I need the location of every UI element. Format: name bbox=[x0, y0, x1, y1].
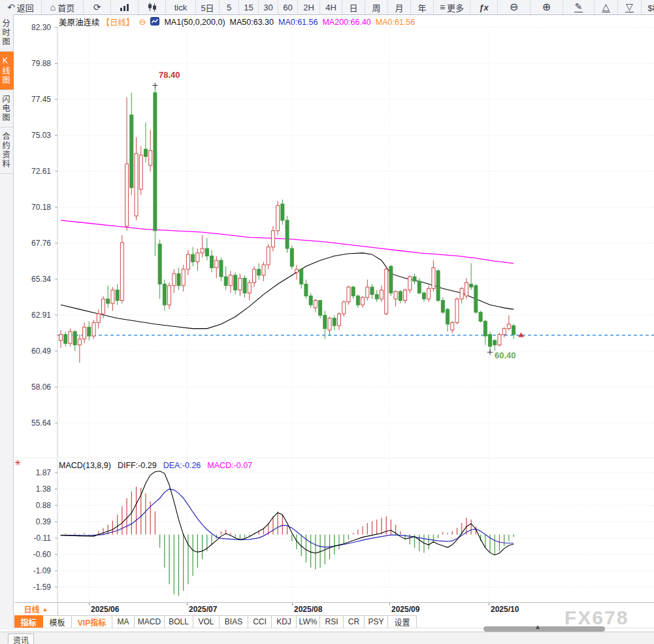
tab-VIP指标[interactable]: VIP指标 bbox=[72, 615, 112, 628]
triangle-down-icon: ▽ bbox=[625, 2, 634, 12]
toolbar-triangle-down-icon[interactable]: ▽ bbox=[618, 0, 642, 14]
toolbar-triangle-up-icon[interactable]: △ bbox=[595, 0, 618, 14]
toolbar-period-week-button[interactable]: 周 bbox=[365, 0, 388, 14]
price-tick-label: 67.76 bbox=[22, 239, 51, 248]
instrument-title: 美原油连续 bbox=[59, 16, 100, 28]
kline-macd-chart[interactable] bbox=[0, 0, 654, 644]
tab-KDJ[interactable]: KDJ bbox=[272, 615, 297, 628]
toolbar-zoom-in-icon[interactable]: ⊕ bbox=[531, 0, 563, 14]
toolbar-period-2h-button[interactable]: 2H bbox=[298, 0, 320, 14]
macd-value: MACD:-0.07 bbox=[207, 461, 252, 470]
low-price-annotation: 60.40 bbox=[495, 350, 516, 360]
indicator-flower-icon[interactable]: ✳ bbox=[14, 458, 21, 467]
fx-icon: ƒx bbox=[479, 3, 488, 12]
macd-tick-label: 0.39 bbox=[22, 517, 51, 526]
macd-tick-label: -0.11 bbox=[22, 534, 51, 543]
toolbar-period-day-button[interactable]: 日 bbox=[342, 0, 365, 14]
ma-settings: MA1(50,0,200,0) bbox=[164, 18, 225, 27]
ma50-value: MA50:63.30 bbox=[230, 18, 274, 27]
toolbar-back-button[interactable]: ↶返回 bbox=[0, 0, 42, 14]
price-tick-label: 62.91 bbox=[22, 311, 51, 320]
month-tick bbox=[89, 603, 90, 605]
price-tick-label: 58.06 bbox=[22, 382, 51, 392]
tab-BIAS[interactable]: BIAS bbox=[220, 615, 248, 628]
macd-tick-label: -1.09 bbox=[22, 566, 51, 575]
tab-MA[interactable]: MA bbox=[112, 615, 135, 628]
toolbar-zoom-out-icon[interactable]: ⊖ bbox=[498, 0, 531, 14]
macd-tick-label: -1.59 bbox=[22, 583, 51, 592]
trading-app: ↶返回⌂首页⟳tick5日51530602H4H日周月年≡更多ƒx⊖⊕✎△▽$模… bbox=[0, 0, 654, 644]
sidebar-item-minute-chart[interactable]: 分时图 bbox=[0, 14, 14, 52]
toolbar-tick-button[interactable]: tick bbox=[166, 0, 196, 14]
price-tick-label: 60.49 bbox=[22, 347, 51, 356]
month-tick bbox=[389, 603, 390, 605]
sidebar-item-kline-chart[interactable]: K线图 bbox=[0, 52, 14, 90]
tab-LW%[interactable]: LW% bbox=[297, 615, 320, 628]
toolbar-candlestick-icon[interactable] bbox=[139, 0, 166, 14]
toolbar-period-4h-button[interactable]: 4H bbox=[320, 0, 342, 14]
price-tick-label: 82.30 bbox=[22, 23, 51, 32]
top-toolbar: ↶返回⌂首页⟳tick5日51530602H4H日周月年≡更多ƒx⊖⊕✎△▽$模 bbox=[0, 0, 654, 15]
price-tick-label: 77.45 bbox=[22, 95, 51, 104]
dea-value: DEA:-0.26 bbox=[163, 461, 201, 470]
price-tick-label: 55.64 bbox=[22, 418, 51, 428]
ma0-blue-value: MA0:61.56 bbox=[278, 18, 318, 27]
fx678-watermark: FX678 bbox=[564, 607, 629, 629]
bar-chart-icon bbox=[120, 3, 129, 12]
tab-RSI[interactable]: RSI bbox=[320, 615, 344, 628]
tab-CR[interactable]: CR bbox=[344, 615, 365, 628]
candlestick-icon bbox=[148, 3, 157, 12]
macd-tick-label: 0.88 bbox=[22, 501, 51, 510]
tab-设置[interactable]: 设置 bbox=[388, 615, 417, 628]
tab-BOLL[interactable]: BOLL bbox=[165, 615, 193, 628]
high-price-annotation: 78.40 bbox=[159, 70, 180, 80]
toolbar-draw-icon[interactable]: ✎ bbox=[563, 0, 595, 14]
toolbar-period-5d-button[interactable]: 5日 bbox=[196, 0, 220, 14]
month-label: 2025/07 bbox=[189, 605, 217, 614]
tab-模板[interactable]: 模板 bbox=[43, 615, 72, 628]
toolbar-refresh-icon[interactable]: ⟳ bbox=[84, 0, 111, 14]
bottom-strip: 资讯 bbox=[0, 632, 654, 644]
zoom-in-icon: ⊕ bbox=[542, 2, 551, 12]
more-icon: ≡ bbox=[440, 3, 445, 12]
sidebar-item-contract-info[interactable]: 合约资料 bbox=[0, 127, 14, 174]
toolbar-home-button[interactable]: ⌂首页 bbox=[42, 0, 84, 14]
triangle-up-icon: ▲ bbox=[42, 606, 48, 613]
toolbar-more-button[interactable]: ≡更多 bbox=[434, 0, 470, 14]
draw-icon: ✎ bbox=[574, 2, 583, 12]
month-label: 2025/08 bbox=[294, 605, 322, 614]
toolbar-period-15-button[interactable]: 15 bbox=[239, 0, 259, 14]
tab-PSY[interactable]: PSY bbox=[365, 615, 388, 628]
toolbar-period-year-button[interactable]: 年 bbox=[411, 0, 434, 14]
scrollbar-arrow-icon[interactable]: ▲ bbox=[534, 623, 541, 630]
collapse-icon[interactable]: ⊖ bbox=[139, 17, 146, 27]
price-tick-label: 79.88 bbox=[22, 59, 51, 68]
tab-MACD[interactable]: MACD bbox=[135, 615, 165, 628]
month-label: 2025/09 bbox=[391, 605, 419, 614]
price-tick-label: 72.61 bbox=[22, 167, 51, 176]
home-icon: ⌂ bbox=[50, 3, 56, 12]
price-tick-label: 70.18 bbox=[22, 203, 51, 212]
tab-VOL[interactable]: VOL bbox=[193, 615, 220, 628]
price-tick-label: 75.03 bbox=[22, 131, 51, 140]
triangle-up-icon: △ bbox=[602, 2, 610, 12]
macd-header: MACD(13,8,9) DIFF:-0.29 DEA:-0.26 MACD:-… bbox=[59, 461, 252, 470]
toolbar-fx-icon[interactable]: ƒx bbox=[470, 0, 498, 14]
toolbar-period-60-button[interactable]: 60 bbox=[278, 0, 298, 14]
news-tab[interactable]: 资讯 bbox=[8, 634, 34, 644]
diff-value: DIFF:-0.29 bbox=[118, 461, 157, 470]
chart-header: 美原油连续 【日线】 ⊖ MA1(50,0,200,0) MA50:63.30 … bbox=[59, 16, 415, 28]
toolbar-period-5-button[interactable]: 5 bbox=[220, 0, 239, 14]
macd-tick-label: 1.87 bbox=[22, 468, 51, 477]
refresh-icon: ⟳ bbox=[93, 3, 101, 12]
sidebar-item-flash-chart[interactable]: 闪电图 bbox=[0, 90, 14, 127]
toolbar-period-30-button[interactable]: 30 bbox=[259, 0, 278, 14]
tab-指标[interactable]: 指标 bbox=[14, 615, 43, 628]
toolbar-trade-button[interactable]: $模 bbox=[642, 0, 654, 14]
toolbar-period-month-button[interactable]: 月 bbox=[388, 0, 411, 14]
tab-CCI[interactable]: CCI bbox=[248, 615, 272, 628]
back-icon: ↶ bbox=[7, 3, 15, 12]
toolbar-bar-chart-icon[interactable] bbox=[111, 0, 139, 14]
line-chart-icon[interactable] bbox=[150, 17, 159, 27]
period-selector[interactable]: 日线 ▲ bbox=[14, 603, 58, 615]
